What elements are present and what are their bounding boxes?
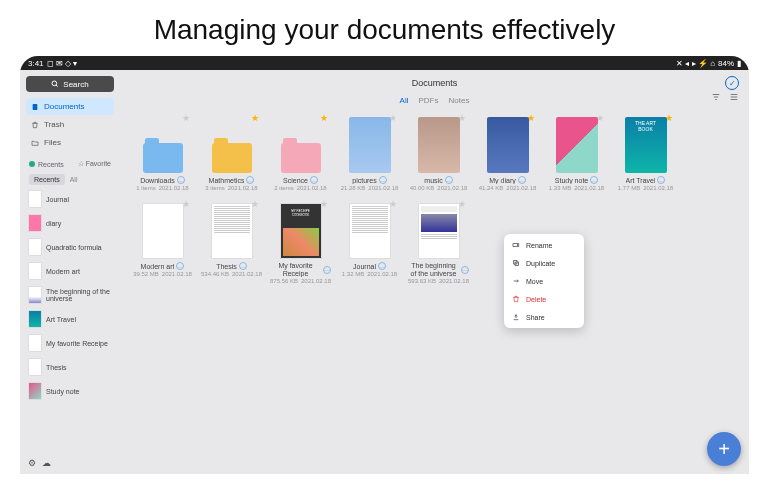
more-button[interactable]: ⋯: [590, 176, 598, 184]
page-title: Documents: [412, 78, 458, 88]
more-button[interactable]: ⋯: [378, 262, 386, 270]
status-icons-right: ✕ ◂ ▸ ⚡ ⌂: [676, 59, 715, 68]
doc-thumb-wrap: ★: [138, 113, 188, 173]
doc-size: 41.24 KB: [479, 185, 504, 191]
doc-size: 2 items: [274, 185, 293, 191]
more-button[interactable]: ⋯: [310, 176, 318, 184]
star-icon[interactable]: ★: [389, 199, 397, 209]
doc-name-row: Study note ⋯: [544, 176, 609, 184]
favorite-toggle[interactable]: ☆ Favorite: [78, 160, 111, 168]
recent-thumb: [28, 238, 42, 256]
context-menu: Rename Duplicate Move Delete Share: [504, 234, 584, 328]
settings-icon[interactable]: ⚙: [28, 458, 38, 468]
recent-item[interactable]: Quadratic formula: [26, 235, 114, 259]
doc-card[interactable]: ★ pictures ⋯ 21.28 KB 2021.02.18: [337, 113, 402, 191]
doc-card[interactable]: ★ Study note ⋯ 1.33 MB 2021.02.18: [544, 113, 609, 191]
recent-item[interactable]: Study note: [26, 379, 114, 403]
doc-thumb-wrap: ★: [345, 199, 395, 259]
tab-all[interactable]: All: [65, 174, 83, 185]
sort-icon[interactable]: [711, 92, 721, 102]
recent-thumb: [28, 382, 42, 400]
list-view-icon[interactable]: [729, 92, 739, 102]
doc-size: 3 items: [205, 185, 224, 191]
recent-name: My favorite Receipe: [46, 340, 108, 347]
ctx-delete[interactable]: Delete: [504, 290, 584, 308]
more-button[interactable]: ⋯: [379, 176, 387, 184]
star-icon[interactable]: ★: [458, 199, 466, 209]
recent-name: Study note: [46, 388, 79, 395]
doc-card[interactable]: ★ music ⋯ 40.00 KB 2021.02.18: [406, 113, 471, 191]
star-icon[interactable]: ★: [320, 199, 328, 209]
filter-notes[interactable]: Notes: [448, 96, 469, 105]
tab-recents[interactable]: Recents: [29, 174, 65, 185]
doc-card[interactable]: ★ My diary ⋯ 41.24 KB 2021.02.18: [475, 113, 540, 191]
doc-date: 2021.02.18: [506, 185, 536, 191]
move-icon: [512, 277, 520, 285]
cloud-icon[interactable]: ☁: [42, 458, 52, 468]
doc-card[interactable]: ★ Modern art ⋯ 39.52 MB 2021.02.18: [130, 199, 195, 284]
doc-name: Mathmetics: [209, 177, 245, 184]
doc-date: 2021.02.18: [301, 278, 331, 284]
doc-size: 1 items: [136, 185, 155, 191]
recent-item[interactable]: Journal: [26, 187, 114, 211]
doc-card[interactable]: ★ THE ART BOOK Art Travel ⋯ 1.77 MB 2021…: [613, 113, 678, 191]
search-button[interactable]: Search: [26, 76, 114, 92]
doc-card[interactable]: ★ Mathmetics ⋯ 3 items 2021.02.18: [199, 113, 264, 191]
doc-card[interactable]: ★ Downloads ⋯ 1 items 2021.02.18: [130, 113, 195, 191]
svg-point-0: [52, 81, 57, 86]
doc-card[interactable]: ★ Thesis ⋯ 534.46 KB 2021.02.18: [199, 199, 264, 284]
more-button[interactable]: ⋯: [239, 262, 247, 270]
more-button[interactable]: ⋯: [445, 176, 453, 184]
doc-card[interactable]: ★ Journal ⋯ 1.32 MB 2021.02.18: [337, 199, 402, 284]
book-thumb: [349, 117, 391, 173]
more-button[interactable]: ⋯: [176, 262, 184, 270]
recents-header: Recents ☆ Favorite: [26, 156, 114, 172]
doc-size: 1.32 MB: [342, 271, 364, 277]
more-button[interactable]: ⋯: [323, 266, 331, 274]
doc-thumb-wrap: ★: [276, 113, 326, 173]
recent-item[interactable]: diary: [26, 211, 114, 235]
filter-all[interactable]: All: [400, 96, 409, 105]
doc-card[interactable]: ★ MY RECEIPE COOKBOOK My favorite Receip…: [268, 199, 333, 284]
doc-meta: 39.52 MB 2021.02.18: [133, 271, 192, 277]
nav-files[interactable]: Files: [26, 134, 114, 151]
filter-pdfs[interactable]: PDFs: [418, 96, 438, 105]
ctx-duplicate-label: Duplicate: [526, 260, 555, 267]
doc-name: My diary: [489, 177, 515, 184]
recent-thumb: [28, 190, 42, 208]
doc-card[interactable]: ★ The beginning of the universe ⋯ 593.63…: [406, 199, 471, 284]
doc-date: 2021.02.18: [643, 185, 673, 191]
doc-name: music: [424, 177, 442, 184]
recent-item[interactable]: Modern art: [26, 259, 114, 283]
folder-thumb: [212, 143, 252, 173]
ctx-share[interactable]: Share: [504, 308, 584, 326]
fab-add[interactable]: +: [707, 432, 741, 466]
star-icon[interactable]: ★: [182, 113, 190, 123]
more-button[interactable]: ⋯: [461, 266, 469, 274]
nav-trash[interactable]: Trash: [26, 116, 114, 133]
more-button[interactable]: ⋯: [657, 176, 665, 184]
rename-icon: [512, 241, 520, 249]
recent-item[interactable]: My favorite Receipe: [26, 331, 114, 355]
select-mode-icon[interactable]: ✓: [725, 76, 739, 90]
ctx-move[interactable]: Move: [504, 272, 584, 290]
ctx-rename[interactable]: Rename: [504, 236, 584, 254]
doc-card[interactable]: ★ Science ⋯ 2 items 2021.02.18: [268, 113, 333, 191]
recent-item[interactable]: Art Travel: [26, 307, 114, 331]
recent-item[interactable]: The beginning of the universe: [26, 283, 114, 307]
recents-label[interactable]: Recents: [38, 161, 64, 168]
star-icon[interactable]: ★: [251, 113, 259, 123]
recent-item[interactable]: Thesis: [26, 355, 114, 379]
star-icon[interactable]: ★: [251, 199, 259, 209]
book-thumb: [418, 117, 460, 173]
more-button[interactable]: ⋯: [518, 176, 526, 184]
nav-documents[interactable]: Documents: [26, 98, 114, 115]
doc-name: Downloads: [140, 177, 175, 184]
doc-size: 1.33 MB: [549, 185, 571, 191]
doc-meta: 1 items 2021.02.18: [136, 185, 188, 191]
ctx-duplicate[interactable]: Duplicate: [504, 254, 584, 272]
star-icon[interactable]: ★: [320, 113, 328, 123]
more-button[interactable]: ⋯: [177, 176, 185, 184]
recents-badge: [29, 161, 35, 167]
more-button[interactable]: ⋯: [246, 176, 254, 184]
